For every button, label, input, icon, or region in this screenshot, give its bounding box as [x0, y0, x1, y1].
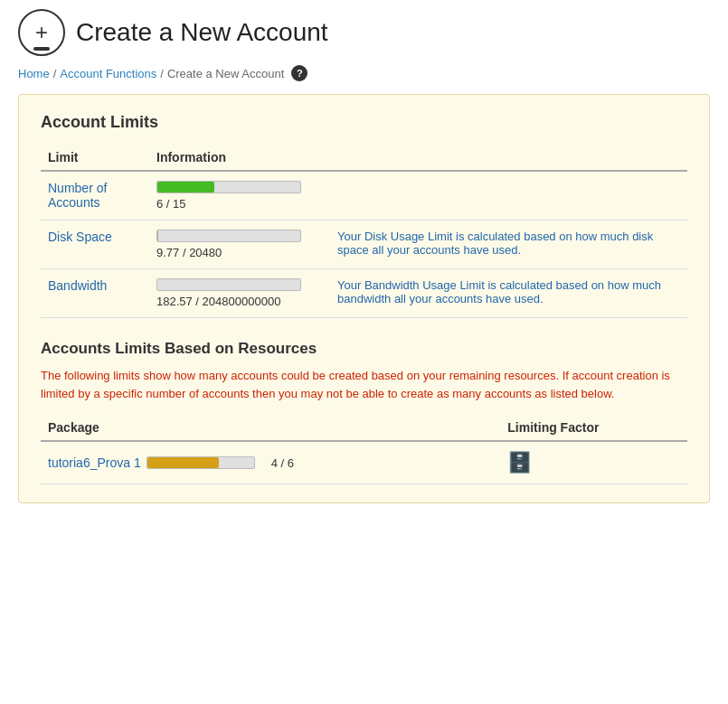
limit-label-2: Bandwidth: [41, 269, 149, 318]
limit-bar-cell-0: 6 / 15: [149, 171, 330, 221]
main-panel: Account Limits Limit Information Number …: [18, 94, 710, 503]
pkg-bar-value-0: 4 / 6: [271, 456, 294, 470]
bar-value-0: 6 / 15: [156, 197, 186, 211]
pkg-bar-fill-0: [147, 457, 219, 468]
breadcrumb-account-functions[interactable]: Account Functions: [60, 67, 156, 80]
limit-info-1: Your Disk Usage Limit is calculated base…: [330, 221, 687, 269]
breadcrumb-current: Create a New Account: [167, 67, 284, 80]
progress-bar-container-2: [156, 278, 301, 291]
resources-section: Accounts Limits Based on Resources The f…: [41, 340, 687, 484]
package-name-0: tutoria6_Prova 1 4 / 6: [41, 441, 500, 484]
progress-bar-container-0: [156, 181, 301, 193]
page-header: + Create a New Account: [18, 9, 710, 56]
packages-col-factor: Limiting Factor: [500, 415, 687, 441]
packages-table: Package Limiting Factor tutoria6_Prova 1…: [41, 415, 687, 484]
package-row-0: tutoria6_Prova 1 4 / 6🗄️: [41, 441, 687, 484]
breadcrumb-sep-1: /: [53, 67, 57, 80]
breadcrumb-sep-2: /: [160, 67, 164, 80]
limit-label-1: Disk Space: [41, 221, 149, 269]
resources-title: Accounts Limits Based on Resources: [41, 340, 687, 358]
limit-info-2: Your Bandwidth Usage Limit is calculated…: [330, 269, 687, 318]
package-name-text-0: tutoria6_Prova 1: [48, 455, 141, 470]
create-account-icon: +: [18, 9, 65, 56]
server-icon-0: 🗄️: [507, 451, 532, 474]
limit-bar-cell-1: 9.77 / 20480: [149, 221, 330, 269]
limit-row-2: Bandwidth182.57 / 204800000000Your Bandw…: [41, 269, 687, 318]
limit-info-0: [330, 171, 687, 221]
limit-bar-cell-2: 182.57 / 204800000000: [149, 269, 330, 318]
breadcrumb-home[interactable]: Home: [18, 67, 50, 80]
pkg-bar-container-0: [147, 456, 255, 469]
page-title: Create a New Account: [76, 18, 328, 47]
package-factor-0: 🗄️: [500, 441, 687, 484]
resources-warning: The following limits show how many accou…: [41, 367, 687, 402]
breadcrumb: Home / Account Functions / Create a New …: [18, 65, 710, 81]
limits-col-info: Information: [149, 145, 687, 171]
progress-bar-container-1: [156, 230, 301, 242]
packages-col-package: Package: [41, 415, 500, 441]
progress-bar-fill-0: [157, 182, 214, 192]
limit-row-0: Number of Accounts6 / 15: [41, 171, 687, 221]
bar-value-1: 9.77 / 20480: [156, 246, 222, 259]
plus-icon: +: [35, 20, 48, 45]
limit-row-1: Disk Space9.77 / 20480Your Disk Usage Li…: [41, 221, 687, 269]
help-icon[interactable]: ?: [291, 65, 307, 81]
limits-table: Limit Information Number of Accounts6 / …: [41, 145, 687, 318]
limit-label-0: Number of Accounts: [41, 171, 149, 221]
limits-col-limit: Limit: [41, 145, 149, 171]
bar-value-2: 182.57 / 204800000000: [156, 295, 280, 308]
account-limits-title: Account Limits: [41, 113, 687, 132]
